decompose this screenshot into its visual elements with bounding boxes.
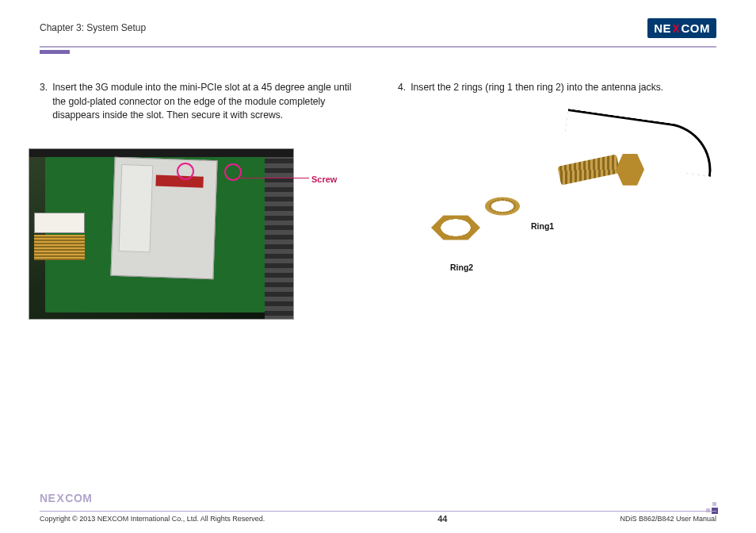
footer-logo-x: X [56,492,64,504]
sma-hex-nut [616,154,644,186]
chassis-side [265,149,293,319]
nexcom-logo: NE X COM [647,18,716,38]
content-area: 3. Insert the 3G module into the mini-PC… [40,81,716,320]
footer-rule [40,511,716,512]
page-footer: NE X COM Copyright © 2013 NEXCOM Interna… [40,511,716,524]
ring-1 [485,197,520,215]
screw-callout-circle-1 [177,163,194,180]
right-column: 4. Insert the 2 rings (ring 1 then ring … [398,81,716,320]
step-3-number: 3. [40,81,48,123]
module-label-strip [118,164,153,252]
footer-logo-ne: NE [40,492,55,504]
mini-pcie-connector [34,213,85,233]
page-number: 44 [437,514,447,523]
footer-logo: NE X COM [40,492,92,504]
photo-module [29,148,294,320]
footer-row: Copyright © 2013 NEXCOM International Co… [40,514,716,523]
footer-logo-com: COM [65,492,92,504]
3g-module [110,157,217,279]
chassis-top [29,149,293,157]
ring1-label: Ring1 [531,220,554,232]
logo-text-com: COM [682,21,711,35]
ring2-label: Ring2 [450,262,473,274]
chapter-title: Chapter 3: System Setup [40,22,146,33]
screw-callout-line [235,178,309,178]
step-4-text: Insert the 2 rings (ring 1 then ring 2) … [410,81,663,95]
antenna-jack [544,151,647,194]
ring-2-hex [431,215,480,240]
copyright-text: Copyright © 2013 NEXCOM International Co… [40,515,265,523]
header-rule-accent [40,50,70,54]
figure-antenna-rings: Ring1 Ring2 [390,135,691,293]
step-4-number: 4. [398,81,406,95]
page-header: Chapter 3: System Setup NE X COM [40,14,716,41]
document-title: NDiS B862/B842 User Manual [620,515,716,523]
footer-dot-small-1 [712,502,716,506]
header-rule-line [40,46,716,48]
header-rule [40,46,716,54]
step-4: 4. Insert the 2 rings (ring 1 then ring … [398,81,716,95]
sma-thread [557,154,620,185]
logo-text-x: X [673,21,680,35]
logo-text-ne: NE [654,21,671,35]
connector-pins [34,235,85,260]
figure-module-install: Screw [29,148,302,320]
manual-page: Chapter 3: System Setup NE X COM 3. Inse… [0,0,756,533]
step-3-text: Insert the 3G module into the mini-PCIe … [52,81,358,123]
left-column: 3. Insert the 3G module into the mini-PC… [40,81,358,320]
screw-label: Screw [311,174,337,186]
step-3: 3. Insert the 3G module into the mini-PC… [40,81,358,123]
